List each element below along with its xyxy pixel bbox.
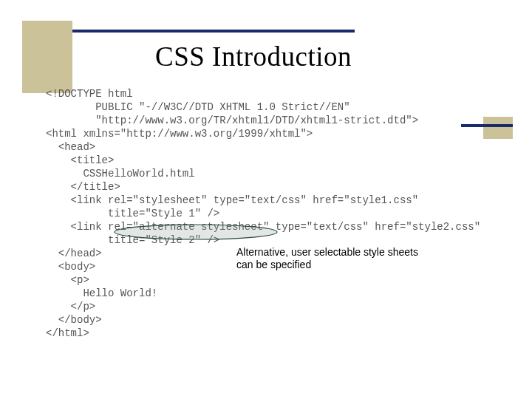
decorative-left-block <box>22 21 72 93</box>
svg-point-0 <box>115 225 277 239</box>
decorative-top-rule <box>72 30 355 33</box>
code-sample: <!DOCTYPE html PUBLIC "-//W3C//DTD XHTML… <box>46 87 480 340</box>
code-line: CSSHelloWorld.html <box>46 168 195 180</box>
code-line: <title> <box>46 154 114 166</box>
code-line: </body> <box>46 314 102 326</box>
code-line: </html> <box>46 327 89 339</box>
callout-ellipse-icon <box>112 223 279 241</box>
code-line: PUBLIC "-//W3C//DTD XHTML 1.0 Strict//EN… <box>46 101 350 113</box>
slide-title: CSS Introduction <box>155 41 352 72</box>
decorative-right-block <box>483 117 513 139</box>
code-line: <link rel="stylesheet" type="text/css" h… <box>46 194 418 206</box>
annotation-line: Alternative, user selectable style sheet… <box>236 246 473 259</box>
code-line: <body> <box>46 261 95 273</box>
code-line: </p> <box>46 301 95 313</box>
code-line: title="Style 1" /> <box>46 208 219 219</box>
code-line: <!DOCTYPE html <box>46 88 133 100</box>
code-line: </head> <box>46 248 102 259</box>
callout-annotation: Alternative, user selectable style sheet… <box>236 246 473 271</box>
code-line: "http://www.w3.org/TR/xhtml1/DTD/xhtml1-… <box>46 115 418 126</box>
code-line: <head> <box>46 141 95 153</box>
code-line: Hello World! <box>46 287 157 299</box>
code-line: <p> <box>46 274 89 286</box>
annotation-line: can be specified <box>236 259 473 271</box>
code-line: </title> <box>46 181 120 193</box>
code-line: <html xmlns="http://www.w3.org/1999/xhtm… <box>46 128 313 140</box>
